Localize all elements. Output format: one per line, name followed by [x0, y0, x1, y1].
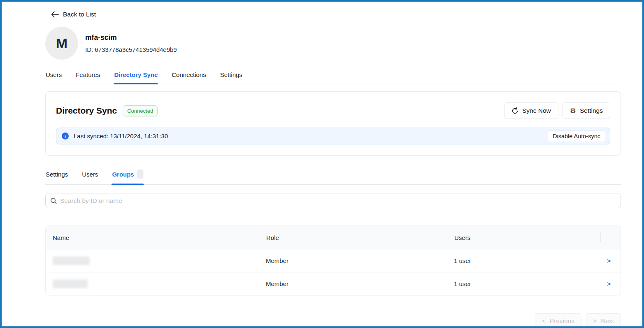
chevron-right-icon[interactable]: >: [600, 257, 621, 264]
subtab-settings[interactable]: Settings: [45, 167, 68, 184]
next-page-button[interactable]: > Next: [586, 313, 621, 328]
subtab-users[interactable]: Users: [81, 167, 98, 184]
gear-icon: ⚙: [570, 107, 576, 114]
column-header-users: Users: [447, 233, 600, 242]
column-header-name: Name: [46, 233, 259, 242]
directory-sync-page: Back to List M mfa-scim ID: 6733778a3c57…: [2, 2, 642, 328]
groups-table: Name Role Users Member 1 user > Member 1…: [45, 226, 621, 295]
back-to-list-link[interactable]: Back to List: [51, 11, 96, 18]
next-label: Next: [601, 317, 614, 325]
group-role-cell: Member: [259, 257, 447, 264]
avatar: M: [45, 27, 78, 60]
last-synced-banner: i Last synced: 13/11/2024, 14:31:30 Disa…: [56, 128, 610, 144]
directory-sync-card: Directory Sync Connected Sync Now ⚙ Sett…: [45, 91, 621, 156]
table-header: Name Role Users: [46, 226, 621, 249]
status-badge: Connected: [123, 105, 158, 116]
sync-now-button[interactable]: Sync Now: [504, 102, 558, 119]
group-role-cell: Member: [259, 280, 447, 287]
disable-auto-sync-button[interactable]: Disable Auto-sync: [548, 130, 605, 142]
sync-icon: [511, 107, 518, 114]
group-name-cell: [46, 279, 259, 288]
search-input[interactable]: [60, 197, 616, 205]
chevron-right-icon[interactable]: >: [600, 280, 621, 287]
chevron-right-icon: >: [593, 317, 597, 325]
app-id: ID: 6733778a3c57413594d4e9b9: [85, 46, 177, 53]
main-tabs: Users Features Directory Sync Connection…: [45, 69, 621, 84]
tab-features[interactable]: Features: [75, 69, 100, 84]
group-users-cell: 1 user: [447, 280, 600, 287]
column-header-action: [600, 233, 621, 242]
directory-sub-tabs: Settings Users Groups: [45, 167, 621, 185]
tab-connections[interactable]: Connections: [171, 69, 206, 84]
search-bar: [45, 193, 621, 208]
settings-label: Settings: [580, 107, 603, 114]
table-row[interactable]: Member 1 user >: [46, 272, 621, 295]
back-to-list-label: Back to List: [63, 11, 96, 18]
groups-count-badge-redacted: [137, 170, 143, 179]
previous-page-button[interactable]: < Previous: [535, 313, 581, 328]
settings-button[interactable]: ⚙ Settings: [563, 102, 610, 119]
info-icon: i: [62, 133, 69, 140]
column-header-role: Role: [259, 233, 447, 242]
group-name-cell: [46, 256, 259, 265]
last-synced-text: Last synced: 13/11/2024, 14:31:30: [74, 133, 168, 140]
pagination: < Previous > Next: [45, 313, 621, 328]
sync-now-label: Sync Now: [522, 107, 551, 114]
redacted-group-name: [53, 279, 88, 288]
tab-directory-sync[interactable]: Directory Sync: [114, 69, 158, 84]
page-title: mfa-scim: [85, 33, 177, 42]
redacted-group-name: [53, 256, 90, 265]
tab-users[interactable]: Users: [45, 69, 62, 84]
search-icon: [50, 198, 57, 204]
table-row[interactable]: Member 1 user >: [46, 249, 621, 272]
group-users-cell: 1 user: [447, 257, 600, 264]
back-arrow-icon: [51, 11, 59, 18]
app-profile-header: M mfa-scim ID: 6733778a3c57413594d4e9b9: [45, 27, 621, 60]
subtab-groups[interactable]: Groups: [112, 167, 143, 184]
card-title: Directory Sync: [56, 106, 117, 116]
chevron-left-icon: <: [542, 317, 546, 325]
subtab-groups-label: Groups: [112, 171, 134, 178]
tab-settings[interactable]: Settings: [220, 69, 243, 84]
previous-label: Previous: [550, 317, 574, 325]
